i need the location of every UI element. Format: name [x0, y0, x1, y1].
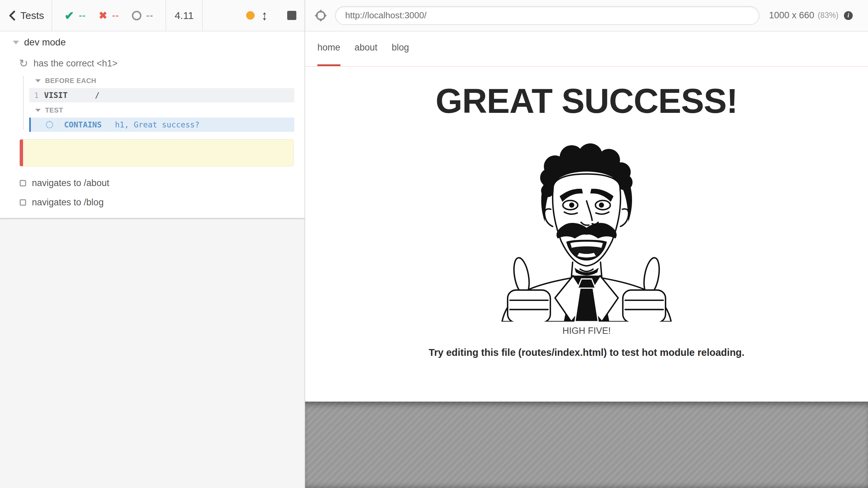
pending-error-box [20, 139, 294, 166]
pending-test-label: navigates to /about [32, 178, 109, 188]
scroll-arrows-icon[interactable]: ↕ [261, 9, 268, 22]
high-five-caption: HIGH FIVE! [305, 326, 868, 336]
command-contains[interactable]: CONTAINS h1, Great success? [29, 118, 294, 132]
hook-label: BEFORE EACH [45, 77, 96, 85]
list-footer-area [0, 218, 304, 488]
test-navigates-to-blog[interactable]: navigates to /blog [20, 197, 294, 208]
runner-panel: http://localhost:3000/ 1000 x 660 (83%) … [305, 0, 868, 488]
pending-test-label: navigates to /blog [32, 197, 104, 208]
borat-thumbs-up-image [475, 136, 698, 322]
app-under-test: home about blog GREAT SUCCESS! [305, 32, 868, 402]
back-to-tests-button[interactable]: Tests [0, 0, 52, 31]
running-spinner-icon: ↻ [19, 58, 28, 69]
command-spinner-icon [46, 121, 53, 128]
failed-count: -- [112, 10, 119, 21]
reporter-toolbar: Tests ✔ -- ✖ -- -- 4.11 ↕ [0, 0, 304, 32]
stat-pending: -- [132, 10, 153, 21]
chevron-left-icon [9, 11, 16, 21]
suite-dev-mode[interactable]: dev mode [0, 32, 304, 48]
auto-scroll-indicator-icon[interactable] [246, 11, 255, 20]
hook-test[interactable]: TEST [29, 102, 294, 118]
hook-label: TEST [45, 106, 63, 114]
test-stats: ✔ -- ✖ -- -- [52, 0, 166, 31]
command-method: CONTAINS [64, 120, 115, 129]
toolbar-controls: ↕ [203, 0, 304, 31]
command-args: / [95, 91, 100, 100]
reporter-panel: Tests ✔ -- ✖ -- -- 4.11 ↕ [0, 0, 305, 488]
viewport-size: 1000 x 660 [769, 10, 814, 21]
test-list: dev mode ↻ has the correct <h1> BEFORE E… [0, 32, 304, 488]
info-icon[interactable]: i [844, 11, 853, 20]
command-visit[interactable]: 1 VISIT / [29, 88, 294, 102]
runner-header: http://localhost:3000/ 1000 x 660 (83%) … [305, 0, 868, 32]
hook-before-each[interactable]: BEFORE EACH [29, 73, 294, 88]
command-method: VISIT [44, 91, 95, 100]
passed-count: -- [79, 10, 86, 21]
command-number: 1 [29, 91, 44, 100]
collapse-caret-icon [35, 79, 41, 82]
nav-link-about[interactable]: about [355, 42, 378, 66]
viewport-scale: (83%) [818, 11, 839, 20]
circle-icon [132, 11, 141, 20]
url-address-bar[interactable]: http://localhost:3000/ [335, 6, 760, 25]
x-icon: ✖ [99, 11, 107, 21]
page-title: GREAT SUCCESS! [305, 84, 868, 118]
test-has-correct-h1[interactable]: ↻ has the correct <h1> [19, 58, 294, 69]
outside-viewport-area [305, 402, 868, 488]
cypress-test-runner: Tests ✔ -- ✖ -- -- 4.11 ↕ [0, 0, 868, 488]
collapse-caret-icon [13, 41, 19, 44]
pending-square-icon [20, 199, 26, 206]
stop-button[interactable] [287, 11, 296, 20]
back-label: Tests [20, 10, 44, 21]
site-nav: home about blog [305, 32, 868, 67]
pending-square-icon [20, 180, 26, 186]
suite-title: dev mode [24, 37, 66, 48]
collapse-caret-icon [35, 109, 41, 112]
nav-link-home[interactable]: home [317, 42, 340, 66]
command-args: h1, Great success? [115, 120, 199, 129]
pending-count: -- [146, 10, 153, 21]
elapsed-time: 4.11 [166, 0, 203, 31]
check-icon: ✔ [64, 10, 74, 21]
hot-reload-hint: Try editing this file (routes/index.html… [305, 347, 868, 358]
command-log: BEFORE EACH 1 VISIT / TEST CONTAINS h1, … [29, 73, 294, 132]
stat-passed: ✔ -- [64, 10, 86, 21]
selector-playground-crosshair-icon[interactable] [314, 9, 328, 22]
test-navigates-to-about[interactable]: navigates to /about [20, 178, 294, 188]
nav-link-blog[interactable]: blog [392, 42, 409, 66]
url-text: http://localhost:3000/ [345, 10, 427, 21]
test-title: has the correct <h1> [34, 58, 118, 69]
stat-failed: ✖ -- [99, 10, 119, 21]
